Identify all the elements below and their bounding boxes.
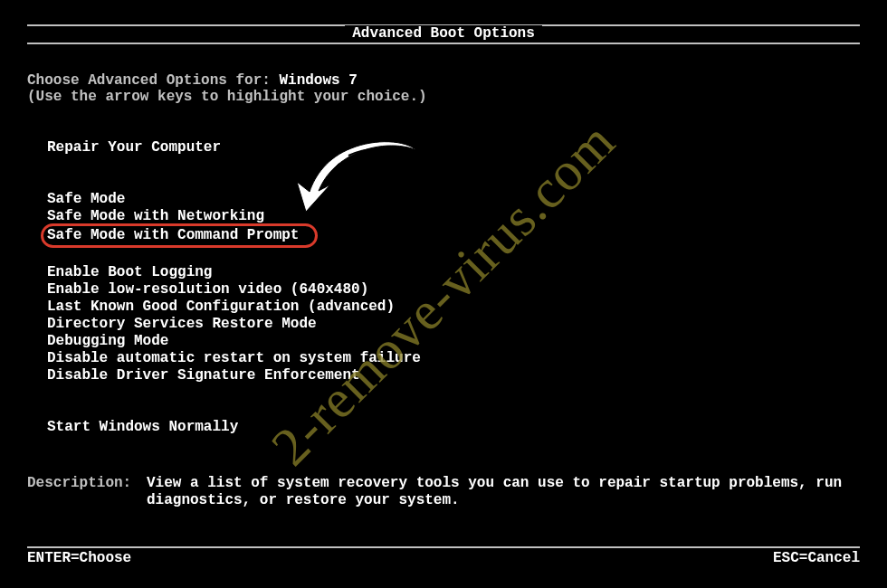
content-area: Choose Advanced Options for: Windows 7 (…	[27, 72, 860, 436]
page-title: Advanced Boot Options	[345, 25, 542, 42]
footer-esc: ESC=Cancel	[773, 550, 860, 566]
footer-bar: ENTER=Choose ESC=Cancel	[27, 546, 860, 566]
hint-line: (Use the arrow keys to highlight your ch…	[27, 89, 860, 105]
choose-line: Choose Advanced Options for: Windows 7	[27, 72, 860, 89]
menu-item-safe-mode-cmd-highlighted[interactable]: Safe Mode with Command Prompt	[47, 225, 860, 246]
menu-item-safe-mode[interactable]: Safe Mode	[47, 191, 860, 208]
description-block: Description: View a list of system recov…	[27, 475, 860, 509]
menu-item-disable-driver-sig[interactable]: Disable Driver Signature Enforcement	[47, 367, 860, 384]
menu-item-start-normally[interactable]: Start Windows Normally	[47, 419, 860, 436]
menu-item-safe-mode-cmd[interactable]: Safe Mode with Command Prompt	[41, 223, 318, 248]
menu-item-disable-auto-restart[interactable]: Disable automatic restart on system fail…	[47, 350, 860, 367]
menu-item-debugging[interactable]: Debugging Mode	[47, 333, 860, 350]
os-name: Windows 7	[279, 72, 357, 89]
menu-item-ds-restore[interactable]: Directory Services Restore Mode	[47, 316, 860, 333]
menu-item-repair[interactable]: Repair Your Computer	[47, 139, 860, 156]
menu-item-low-res[interactable]: Enable low-resolution video (640x480)	[47, 281, 860, 299]
menu-item-boot-logging[interactable]: Enable Boot Logging	[47, 264, 860, 281]
footer-enter: ENTER=Choose	[27, 550, 131, 566]
title-bar: Advanced Boot Options	[27, 24, 860, 44]
boot-menu: Repair Your Computer Safe Mode Safe Mode…	[47, 139, 860, 436]
description-text: View a list of system recovery tools you…	[147, 475, 860, 509]
description-label: Description:	[27, 475, 147, 509]
menu-item-last-known-good[interactable]: Last Known Good Configuration (advanced)	[47, 299, 860, 316]
choose-prefix: Choose Advanced Options for:	[27, 72, 279, 89]
